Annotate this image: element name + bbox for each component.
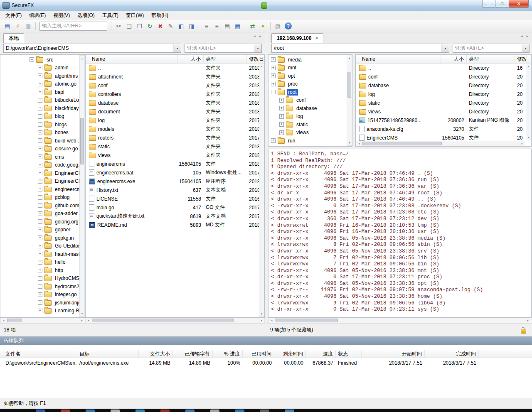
local-list-row-conf[interactable]: conf文件夹2018 bbox=[86, 81, 264, 90]
taskbar-app-icon[interactable] bbox=[260, 410, 269, 412]
remote-tree-node-static[interactable]: +static bbox=[268, 120, 352, 129]
tq-column-item[interactable]: 完成时间 bbox=[425, 350, 479, 358]
local-tree-node-learning-b[interactable]: +Learning-B... bbox=[0, 307, 85, 315]
local-list-row-database[interactable]: database文件夹2018 bbox=[86, 98, 264, 107]
local-tree-node-hello[interactable]: +hello bbox=[0, 258, 85, 267]
local-list-row-views[interactable]: views文件夹2018 bbox=[86, 151, 264, 159]
local-list-row-document[interactable]: document文件夹2018 bbox=[86, 107, 264, 116]
dropdown-icon[interactable]: ▼ bbox=[173, 44, 181, 52]
expand-icon[interactable]: + bbox=[279, 122, 284, 127]
local-tree-node-admin[interactable]: +admin bbox=[0, 64, 85, 72]
scroll-left-icon[interactable]: ◄ bbox=[356, 141, 362, 146]
scroll-up-icon[interactable]: ▲ bbox=[259, 64, 264, 69]
local-list-row-controllers[interactable]: controllers文件夹2018 bbox=[86, 90, 264, 98]
expand-icon[interactable]: + bbox=[38, 252, 42, 256]
local-tree-node-bapi[interactable]: +bapi bbox=[0, 88, 85, 96]
windows-taskbar[interactable] bbox=[0, 409, 532, 412]
remote-list-column-item[interactable]: 大小 bbox=[441, 55, 467, 63]
local-list-row-static[interactable]: static文件夹2018 bbox=[86, 142, 264, 151]
toolbar-copy-icon[interactable]: ❏ bbox=[124, 21, 134, 31]
local-list-hscrollbar[interactable]: ◄ ► bbox=[85, 318, 265, 323]
scroll-up-icon[interactable]: ▲ bbox=[347, 55, 352, 61]
local-tree-node-http[interactable]: +http bbox=[0, 266, 85, 275]
menu-edit[interactable]: 编辑(E) bbox=[25, 11, 49, 20]
menu-window[interactable]: 窗口(W) bbox=[122, 11, 148, 20]
toolbar-filter-icon[interactable]: ▧ bbox=[273, 21, 283, 31]
taskbar-app-icon[interactable] bbox=[160, 410, 170, 412]
toolbar-paste-icon[interactable]: ❐ bbox=[135, 21, 144, 31]
local-tree-node-hauth-mast[interactable]: +hauth-mast... bbox=[0, 250, 85, 258]
toolbar-help-icon[interactable]: ? bbox=[283, 21, 293, 31]
local-list-column-item[interactable]: 大小 bbox=[178, 55, 204, 63]
maximize-button[interactable]: □ bbox=[496, 0, 508, 8]
remote-tree-node-views[interactable]: +views bbox=[268, 129, 352, 137]
remote-list-row-anaconda-ks-cfg[interactable]: anaconda-ks.cfg3270文件20 bbox=[356, 125, 531, 133]
remote-tree-node-root[interactable]: −root bbox=[268, 88, 352, 96]
taskbar-app-icon[interactable] bbox=[86, 410, 95, 412]
toolbar-properties-icon[interactable]: ✎ bbox=[166, 21, 175, 31]
toolbar-synchronize-icon[interactable]: ⇄ bbox=[248, 21, 257, 31]
remote-list-row-static[interactable]: staticDirectory20 bbox=[356, 98, 531, 107]
scrollbar-thumb[interactable] bbox=[275, 319, 338, 322]
local-tree-node-engineercm[interactable]: +EngineerCM... bbox=[0, 169, 85, 177]
expand-icon[interactable]: + bbox=[38, 309, 42, 313]
scroll-up-icon[interactable]: ▲ bbox=[80, 56, 84, 61]
local-tree-node-blogs[interactable]: +blogs bbox=[0, 120, 85, 129]
toolbar-details-view-icon[interactable]: ▦ bbox=[233, 21, 242, 31]
taskbar-app-icon[interactable] bbox=[135, 410, 145, 412]
toolbar-cut-icon[interactable]: ✂ bbox=[114, 21, 123, 31]
remote-list-row-log[interactable]: logDirectory20 bbox=[356, 90, 531, 98]
expand-icon[interactable]: + bbox=[279, 114, 284, 119]
taskbar-app-icon[interactable] bbox=[61, 410, 70, 412]
local-list-row-log[interactable]: log文件夹2017 bbox=[86, 116, 264, 125]
dropdown-icon[interactable]: ▼ bbox=[254, 44, 261, 52]
toolbar-sort-size-icon[interactable]: ≡ bbox=[212, 21, 222, 31]
collapse-icon[interactable]: − bbox=[30, 57, 34, 62]
expand-icon[interactable]: + bbox=[38, 228, 42, 232]
expand-icon[interactable]: + bbox=[38, 187, 42, 191]
menu-options[interactable]: 选项(O) bbox=[74, 11, 98, 20]
expand-icon[interactable]: + bbox=[38, 163, 42, 167]
local-tree-node-integer-go[interactable]: +integer.go bbox=[0, 291, 85, 299]
remote-tree-node-mnt[interactable]: +mnt bbox=[268, 64, 352, 72]
remote-path-combobox[interactable]: /root ▼ bbox=[271, 44, 449, 53]
scrollbar-thumb[interactable] bbox=[92, 319, 234, 322]
scroll-right-icon[interactable]: ► bbox=[259, 318, 264, 323]
session-log-panel[interactable]: i SEND : RealPath, base=/ i Resolved Rea… bbox=[268, 149, 532, 318]
local-tree-node-hydrocms2[interactable]: +hydrocms2... bbox=[0, 282, 85, 291]
titlebar[interactable]: SecureFX — □ × bbox=[0, 0, 532, 11]
expand-icon[interactable]: + bbox=[271, 57, 276, 62]
remote-list-row-conf[interactable]: confDirectory20 bbox=[356, 72, 531, 81]
local-list-row-item[interactable]: ..文件夹2018 bbox=[86, 64, 264, 72]
local-list-row-readme-md[interactable]: README.md5893MD 文件2018 bbox=[86, 221, 264, 229]
local-tree-node-go-ueditor[interactable]: +Go-UEditor bbox=[0, 242, 85, 250]
scroll-left-icon[interactable]: ◄ bbox=[86, 318, 91, 323]
toolbar-stop-icon[interactable]: ✖ bbox=[155, 21, 165, 31]
local-tree-node-goa-adder[interactable]: +goa-adder... bbox=[0, 210, 85, 218]
close-tab-icon[interactable]: × bbox=[315, 35, 318, 41]
taskbar-app-icon[interactable] bbox=[210, 410, 219, 412]
local-list-row-engineercms-bat[interactable]: engineercms.bat105Windows 批处...2017 bbox=[86, 168, 264, 177]
expand-icon[interactable]: + bbox=[271, 138, 276, 143]
tq-column-item[interactable]: 速度 bbox=[306, 350, 336, 358]
local-tree-node-closure-go[interactable]: +closure.go bbox=[0, 145, 85, 153]
transfer-row[interactable]: D:\gowork\src\EngineerCMS\en.../root/eng… bbox=[0, 358, 532, 367]
expand-icon[interactable]: + bbox=[38, 106, 42, 110]
toolbar-sort-name-icon[interactable]: ≡ bbox=[202, 21, 211, 31]
remote-tree-node-opt[interactable]: +opt bbox=[268, 72, 352, 80]
local-tree-node-gopkg-in[interactable]: +gopkg.in bbox=[0, 234, 85, 242]
local-tree-node-golang-org[interactable]: +golang.org bbox=[0, 218, 85, 226]
local-tree-node-engineercm[interactable]: +EngineerCM... bbox=[0, 177, 85, 186]
tq-column-item[interactable]: 文件名 bbox=[0, 350, 77, 358]
local-list-row-attachment[interactable]: attachment文件夹2018 bbox=[86, 72, 264, 81]
toolbar-key-icon[interactable]: ✦ bbox=[258, 21, 268, 31]
menu-file[interactable]: 文件(F) bbox=[2, 11, 25, 20]
tq-column-item[interactable]: % 进度 bbox=[213, 350, 243, 358]
tq-column-item[interactable]: 目标 bbox=[77, 350, 139, 358]
expand-icon[interactable]: + bbox=[279, 98, 284, 103]
tab-scroll-left-icon[interactable]: ◄ bbox=[253, 34, 256, 38]
tq-column-item[interactable]: 状态 bbox=[336, 350, 362, 358]
expand-icon[interactable]: + bbox=[38, 114, 42, 119]
tab-local[interactable]: 本地 bbox=[3, 33, 24, 43]
tq-column-item[interactable]: 开始时间 bbox=[362, 350, 425, 358]
